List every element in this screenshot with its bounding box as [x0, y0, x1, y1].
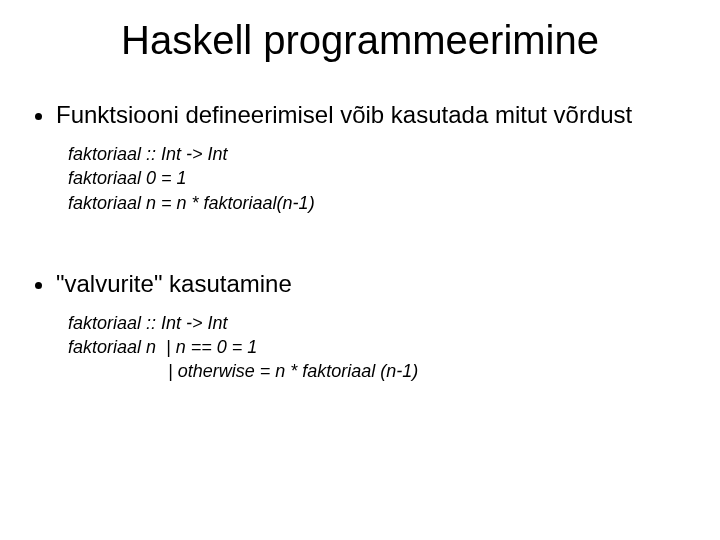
spacer [32, 243, 680, 269]
code-block-2: faktoriaal :: Int -> Int faktoriaal n | … [68, 311, 680, 384]
slide: Haskell programmeerimine Funktsiooni def… [0, 0, 720, 540]
bullet-list: "valvurite" kasutamine [32, 269, 680, 299]
code-line: faktoriaal n | n == 0 = 1 [68, 335, 680, 359]
bullet-list: Funktsiooni defineerimisel võib kasutada… [32, 100, 680, 130]
code-line: faktoriaal n = n * faktoriaal(n-1) [68, 191, 680, 215]
slide-body: Funktsiooni defineerimisel võib kasutada… [32, 100, 680, 412]
code-line: faktoriaal :: Int -> Int [68, 142, 680, 166]
code-line: faktoriaal 0 = 1 [68, 166, 680, 190]
bullet-item-2: "valvurite" kasutamine [56, 269, 680, 299]
bullet-item-1: Funktsiooni defineerimisel võib kasutada… [56, 100, 680, 130]
slide-title: Haskell programmeerimine [0, 18, 720, 63]
code-block-1: faktoriaal :: Int -> Int faktoriaal 0 = … [68, 142, 680, 215]
code-line: | otherwise = n * faktoriaal (n-1) [68, 359, 680, 383]
code-line: faktoriaal :: Int -> Int [68, 311, 680, 335]
